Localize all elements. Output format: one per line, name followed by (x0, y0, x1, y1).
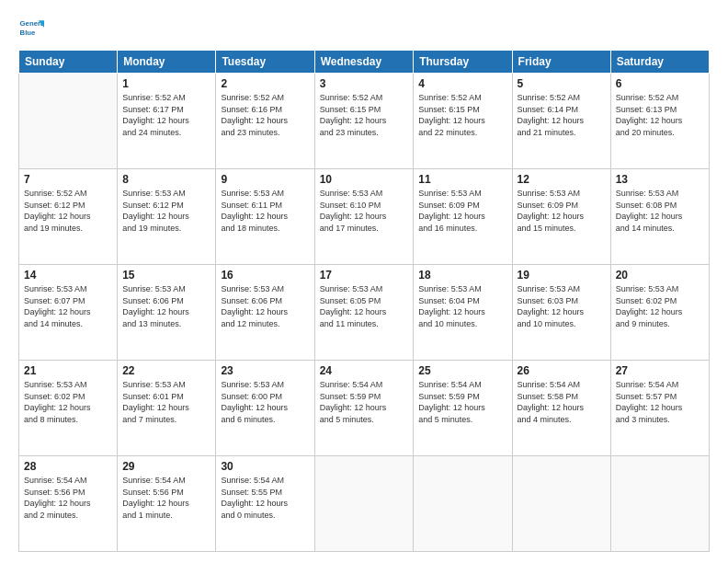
calendar-cell (512, 456, 610, 552)
day-number: 18 (418, 269, 506, 282)
calendar-cell: 18Sunrise: 5:53 AM Sunset: 6:04 PM Dayli… (414, 265, 512, 361)
day-detail: Sunrise: 5:53 AM Sunset: 6:00 PM Dayligh… (221, 379, 309, 425)
day-number: 22 (122, 364, 210, 377)
calendar-cell: 5Sunrise: 5:52 AM Sunset: 6:14 PM Daylig… (512, 74, 610, 169)
calendar-cell: 11Sunrise: 5:53 AM Sunset: 6:09 PM Dayli… (414, 169, 512, 265)
day-detail: Sunrise: 5:52 AM Sunset: 6:15 PM Dayligh… (418, 92, 506, 138)
calendar-cell (414, 456, 512, 552)
day-number: 23 (221, 364, 309, 377)
calendar-cell: 28Sunrise: 5:54 AM Sunset: 5:56 PM Dayli… (19, 456, 118, 552)
week-row-5: 28Sunrise: 5:54 AM Sunset: 5:56 PM Dayli… (19, 456, 710, 552)
calendar-cell: 13Sunrise: 5:53 AM Sunset: 6:08 PM Dayli… (610, 169, 709, 265)
calendar-cell: 17Sunrise: 5:53 AM Sunset: 6:05 PM Dayli… (314, 265, 414, 361)
svg-text:Blue: Blue (20, 29, 37, 37)
weekday-header-monday: Monday (118, 51, 216, 74)
day-detail: Sunrise: 5:53 AM Sunset: 6:10 PM Dayligh… (320, 188, 409, 234)
calendar-cell: 22Sunrise: 5:53 AM Sunset: 6:01 PM Dayli… (118, 361, 216, 456)
weekday-header-wednesday: Wednesday (314, 51, 414, 74)
day-number: 13 (616, 173, 704, 186)
calendar-cell: 26Sunrise: 5:54 AM Sunset: 5:58 PM Dayli… (512, 361, 610, 456)
calendar-cell: 6Sunrise: 5:52 AM Sunset: 6:13 PM Daylig… (610, 74, 709, 169)
calendar-cell: 27Sunrise: 5:54 AM Sunset: 5:57 PM Dayli… (610, 361, 709, 456)
day-number: 29 (122, 460, 210, 473)
weekday-header-saturday: Saturday (610, 51, 709, 74)
day-detail: Sunrise: 5:52 AM Sunset: 6:14 PM Dayligh… (518, 92, 606, 138)
day-detail: Sunrise: 5:53 AM Sunset: 6:06 PM Dayligh… (221, 283, 309, 329)
day-number: 16 (221, 269, 309, 282)
calendar-cell: 24Sunrise: 5:54 AM Sunset: 5:59 PM Dayli… (314, 361, 414, 456)
day-detail: Sunrise: 5:53 AM Sunset: 6:05 PM Dayligh… (320, 283, 409, 329)
calendar-cell (314, 456, 414, 552)
calendar-cell: 23Sunrise: 5:53 AM Sunset: 6:00 PM Dayli… (216, 361, 314, 456)
day-number: 2 (221, 77, 309, 90)
page: General Blue SundayMondayTuesdayWednesda… (0, 0, 728, 563)
day-detail: Sunrise: 5:53 AM Sunset: 6:01 PM Dayligh… (122, 379, 210, 425)
day-number: 5 (518, 77, 606, 90)
weekday-header-friday: Friday (512, 51, 610, 74)
week-row-2: 7Sunrise: 5:52 AM Sunset: 6:12 PM Daylig… (19, 169, 710, 265)
day-number: 15 (122, 269, 210, 282)
day-number: 11 (418, 173, 506, 186)
calendar-table: SundayMondayTuesdayWednesdayThursdayFrid… (18, 50, 710, 552)
weekday-header-row: SundayMondayTuesdayWednesdayThursdayFrid… (19, 51, 710, 74)
day-detail: Sunrise: 5:54 AM Sunset: 5:56 PM Dayligh… (122, 475, 210, 521)
day-detail: Sunrise: 5:53 AM Sunset: 6:02 PM Dayligh… (24, 379, 112, 425)
day-number: 10 (320, 173, 409, 186)
day-number: 21 (24, 364, 112, 377)
calendar-cell (610, 456, 709, 552)
day-detail: Sunrise: 5:52 AM Sunset: 6:17 PM Dayligh… (122, 92, 210, 138)
calendar-cell: 2Sunrise: 5:52 AM Sunset: 6:16 PM Daylig… (216, 74, 314, 169)
calendar-cell: 30Sunrise: 5:54 AM Sunset: 5:55 PM Dayli… (216, 456, 314, 552)
day-detail: Sunrise: 5:52 AM Sunset: 6:13 PM Dayligh… (616, 92, 704, 138)
day-detail: Sunrise: 5:53 AM Sunset: 6:03 PM Dayligh… (518, 283, 606, 329)
calendar-cell: 14Sunrise: 5:53 AM Sunset: 6:07 PM Dayli… (19, 265, 118, 361)
day-number: 14 (24, 269, 112, 282)
day-number: 8 (122, 173, 210, 186)
day-number: 26 (518, 364, 606, 377)
calendar-cell: 8Sunrise: 5:53 AM Sunset: 6:12 PM Daylig… (118, 169, 216, 265)
day-detail: Sunrise: 5:53 AM Sunset: 6:11 PM Dayligh… (221, 188, 309, 234)
day-detail: Sunrise: 5:52 AM Sunset: 6:15 PM Dayligh… (320, 92, 409, 138)
day-number: 9 (221, 173, 309, 186)
day-number: 28 (24, 460, 112, 473)
week-row-4: 21Sunrise: 5:53 AM Sunset: 6:02 PM Dayli… (19, 361, 710, 456)
day-detail: Sunrise: 5:53 AM Sunset: 6:07 PM Dayligh… (24, 283, 112, 329)
header: General Blue (18, 15, 710, 40)
calendar-cell: 29Sunrise: 5:54 AM Sunset: 5:56 PM Dayli… (118, 456, 216, 552)
day-detail: Sunrise: 5:54 AM Sunset: 5:57 PM Dayligh… (616, 379, 704, 425)
day-number: 1 (122, 77, 210, 90)
day-detail: Sunrise: 5:52 AM Sunset: 6:16 PM Dayligh… (221, 92, 309, 138)
logo: General Blue (18, 15, 48, 40)
day-detail: Sunrise: 5:54 AM Sunset: 5:56 PM Dayligh… (24, 475, 112, 521)
day-detail: Sunrise: 5:53 AM Sunset: 6:02 PM Dayligh… (616, 283, 704, 329)
calendar-cell: 15Sunrise: 5:53 AM Sunset: 6:06 PM Dayli… (118, 265, 216, 361)
day-number: 20 (616, 269, 704, 282)
weekday-header-sunday: Sunday (19, 51, 118, 74)
calendar-cell: 21Sunrise: 5:53 AM Sunset: 6:02 PM Dayli… (19, 361, 118, 456)
day-number: 6 (616, 77, 704, 90)
week-row-3: 14Sunrise: 5:53 AM Sunset: 6:07 PM Dayli… (19, 265, 710, 361)
day-number: 24 (320, 364, 409, 377)
day-detail: Sunrise: 5:54 AM Sunset: 5:58 PM Dayligh… (518, 379, 606, 425)
calendar-cell: 7Sunrise: 5:52 AM Sunset: 6:12 PM Daylig… (19, 169, 118, 265)
day-detail: Sunrise: 5:53 AM Sunset: 6:04 PM Dayligh… (418, 283, 506, 329)
weekday-header-tuesday: Tuesday (216, 51, 314, 74)
day-number: 25 (418, 364, 506, 377)
day-number: 27 (616, 364, 704, 377)
week-row-1: 1Sunrise: 5:52 AM Sunset: 6:17 PM Daylig… (19, 74, 710, 169)
calendar-cell: 25Sunrise: 5:54 AM Sunset: 5:59 PM Dayli… (414, 361, 512, 456)
day-detail: Sunrise: 5:54 AM Sunset: 5:59 PM Dayligh… (320, 379, 409, 425)
day-detail: Sunrise: 5:53 AM Sunset: 6:08 PM Dayligh… (616, 188, 704, 234)
calendar-cell: 20Sunrise: 5:53 AM Sunset: 6:02 PM Dayli… (610, 265, 709, 361)
calendar-cell: 12Sunrise: 5:53 AM Sunset: 6:09 PM Dayli… (512, 169, 610, 265)
day-number: 4 (418, 77, 506, 90)
calendar-cell: 9Sunrise: 5:53 AM Sunset: 6:11 PM Daylig… (216, 169, 314, 265)
day-detail: Sunrise: 5:53 AM Sunset: 6:06 PM Dayligh… (122, 283, 210, 329)
weekday-header-thursday: Thursday (414, 51, 512, 74)
calendar-cell: 3Sunrise: 5:52 AM Sunset: 6:15 PM Daylig… (314, 74, 414, 169)
day-number: 30 (221, 460, 309, 473)
day-number: 17 (320, 269, 409, 282)
day-detail: Sunrise: 5:53 AM Sunset: 6:09 PM Dayligh… (418, 188, 506, 234)
day-detail: Sunrise: 5:54 AM Sunset: 5:59 PM Dayligh… (418, 379, 506, 425)
day-number: 19 (518, 269, 606, 282)
